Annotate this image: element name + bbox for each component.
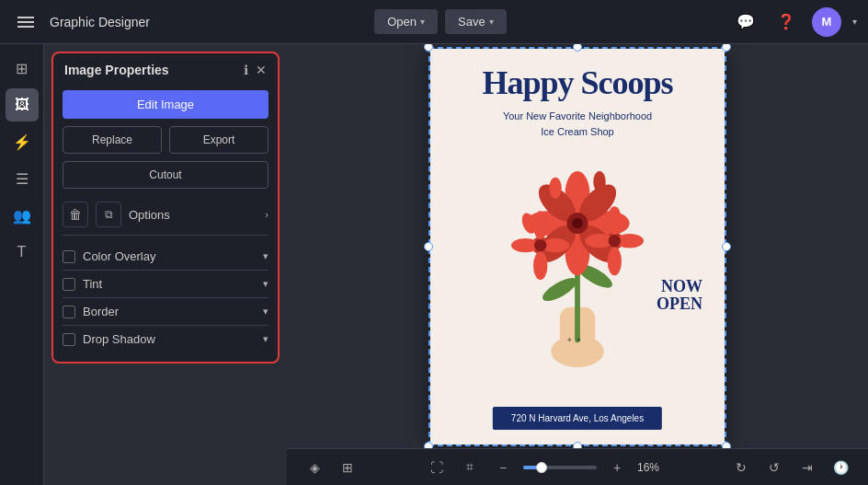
- action-row: Replace Export: [63, 126, 268, 154]
- svg-text:✦ ✦: ✦ ✦: [566, 336, 581, 344]
- svg-point-29: [593, 171, 605, 192]
- close-icon[interactable]: ✕: [256, 63, 267, 77]
- drop-shadow-label: Drop Shadow: [83, 332, 256, 346]
- card-header-icons: ℹ ✕: [244, 63, 267, 77]
- bottombar-right: ↻ ↺ ⇥ 🕐: [728, 455, 853, 480]
- handle-bottom-right[interactable]: [722, 442, 731, 449]
- zoom-in-icon[interactable]: +: [604, 455, 630, 480]
- handle-bottom-mid[interactable]: [573, 442, 582, 449]
- save-chevron-icon: ▾: [489, 17, 494, 27]
- drop-shadow-chevron-icon: ▾: [263, 333, 268, 345]
- handle-right-mid[interactable]: [722, 242, 731, 251]
- help-icon[interactable]: ❓: [771, 7, 801, 37]
- edit-image-button[interactable]: Edit Image: [63, 90, 268, 119]
- bottombar-left: ◈ ⊞: [302, 455, 360, 480]
- comment-icon[interactable]: 💬: [731, 7, 760, 37]
- tool-people-icon[interactable]: 👥: [6, 199, 39, 232]
- zoom-slider[interactable]: [523, 466, 597, 469]
- color-overlay-checkbox[interactable]: [63, 250, 75, 263]
- tint-row[interactable]: Tint ▾: [63, 271, 268, 298]
- canvas-viewport[interactable]: Happy Scoops Your New Favorite Neighborh…: [287, 44, 868, 448]
- open-button[interactable]: Open ▾: [374, 9, 438, 34]
- handle-top-right[interactable]: [722, 44, 731, 52]
- card-header: Image Properties ℹ ✕: [53, 53, 278, 85]
- poster-wrapper: Happy Scoops Your New Favorite Neighborh…: [430, 49, 725, 445]
- info-icon[interactable]: ℹ: [244, 63, 248, 77]
- tint-chevron-icon: ▾: [263, 278, 268, 290]
- color-overlay-row[interactable]: Color Overlay ▾: [63, 243, 268, 271]
- save-button[interactable]: Save ▾: [445, 9, 507, 34]
- undo-icon[interactable]: ↺: [761, 455, 787, 480]
- poster-image: ✦ ✦ NOW OPEN: [430, 139, 725, 378]
- open-chevron-icon: ▾: [420, 17, 425, 27]
- border-label: Border: [83, 305, 256, 318]
- image-properties-card: Image Properties ℹ ✕ Edit Image Replace …: [51, 52, 280, 364]
- poster-title: Happy Scoops: [430, 49, 725, 102]
- replace-button[interactable]: Replace: [63, 126, 162, 154]
- tool-text-icon[interactable]: T: [6, 236, 39, 269]
- layers-icon[interactable]: ◈: [302, 455, 327, 480]
- trash-icon[interactable]: 🗑: [63, 202, 88, 227]
- poster-footer: 720 N Harvard Ave, Los Angeles: [493, 407, 662, 430]
- crop-icon[interactable]: ⌗: [457, 455, 483, 480]
- card-title: Image Properties: [64, 63, 169, 77]
- bottombar: ◈ ⊞ ⛶ ⌗ − + 16% ↻ ↺ ⇥ 🕐: [287, 448, 868, 485]
- border-row[interactable]: Border ▾: [63, 298, 268, 326]
- tool-layers-icon[interactable]: ☰: [6, 162, 39, 195]
- main: ⊞ 🖼 ⚡ ☰ 👥 T Image Properties ℹ ✕ Edit Im…: [0, 44, 868, 485]
- menu-icon[interactable]: [11, 7, 40, 37]
- tool-sliders-icon[interactable]: ⚡: [6, 125, 39, 158]
- tool-grid-icon[interactable]: ⊞: [6, 52, 39, 85]
- topbar: Graphic Designer Open ▾ Save ▾ 💬 ❓ M ▾: [0, 0, 868, 44]
- history-icon[interactable]: 🕐: [828, 455, 853, 480]
- drop-shadow-row[interactable]: Drop Shadow ▾: [63, 326, 268, 352]
- border-checkbox[interactable]: [63, 306, 75, 318]
- redo-icon[interactable]: ⇥: [794, 455, 820, 480]
- zoom-level: 16%: [637, 461, 665, 474]
- tint-label: Tint: [83, 277, 256, 291]
- svg-point-18: [533, 251, 547, 280]
- color-overlay-chevron-icon: ▾: [263, 250, 268, 262]
- redo-cw-icon[interactable]: ↻: [728, 455, 754, 480]
- drop-shadow-checkbox[interactable]: [63, 333, 75, 346]
- hamburger-lines: [17, 17, 34, 28]
- export-button[interactable]: Export: [169, 126, 268, 154]
- options-chevron-icon: ›: [265, 209, 268, 220]
- svg-point-23: [608, 206, 622, 235]
- grid-icon[interactable]: ⊞: [335, 455, 360, 480]
- avatar[interactable]: M: [812, 7, 841, 37]
- svg-point-3: [540, 273, 580, 305]
- topbar-left: Graphic Designer: [11, 7, 150, 37]
- now-open-badge: NOW OPEN: [657, 278, 702, 315]
- svg-point-15: [572, 218, 583, 229]
- app-title: Graphic Designer: [50, 15, 150, 29]
- cutout-button[interactable]: Cutout: [63, 161, 268, 189]
- copy-icon[interactable]: ⧉: [96, 202, 121, 227]
- svg-point-27: [609, 235, 621, 247]
- poster-subtitle: Your New Favorite Neighborhood Ice Cream…: [430, 109, 725, 139]
- svg-point-21: [534, 239, 546, 251]
- tint-checkbox[interactable]: [63, 278, 75, 291]
- handle-left-mid[interactable]: [424, 242, 433, 251]
- now-open-text: NOW OPEN: [657, 278, 702, 315]
- svg-point-24: [608, 248, 622, 276]
- bottombar-center: ⛶ ⌗ − + 16%: [424, 455, 665, 480]
- border-chevron-icon: ▾: [263, 306, 268, 318]
- fit-screen-icon[interactable]: ⛶: [424, 455, 450, 480]
- zoom-out-icon[interactable]: −: [490, 455, 516, 480]
- card-body: Edit Image Replace Export Cutout 🗑 ⧉ Opt…: [53, 85, 278, 362]
- topbar-center: Open ▾ Save ▾: [374, 9, 506, 34]
- left-toolbar: ⊞ 🖼 ⚡ ☰ 👥 T: [0, 44, 44, 485]
- options-label: Options: [129, 208, 257, 222]
- topbar-right: 💬 ❓ M ▾: [731, 7, 857, 37]
- tool-image-icon[interactable]: 🖼: [6, 88, 39, 121]
- color-overlay-label: Color Overlay: [83, 249, 256, 263]
- poster[interactable]: Happy Scoops Your New Favorite Neighborh…: [430, 49, 725, 445]
- panel: Image Properties ℹ ✕ Edit Image Replace …: [44, 44, 287, 485]
- options-row[interactable]: 🗑 ⧉ Options ›: [63, 198, 268, 236]
- handle-bottom-left[interactable]: [424, 442, 433, 449]
- avatar-chevron-icon[interactable]: ▾: [852, 17, 857, 27]
- canvas-area: Happy Scoops Your New Favorite Neighborh…: [287, 44, 868, 485]
- handle-top-left[interactable]: [424, 44, 433, 52]
- svg-point-28: [549, 178, 561, 199]
